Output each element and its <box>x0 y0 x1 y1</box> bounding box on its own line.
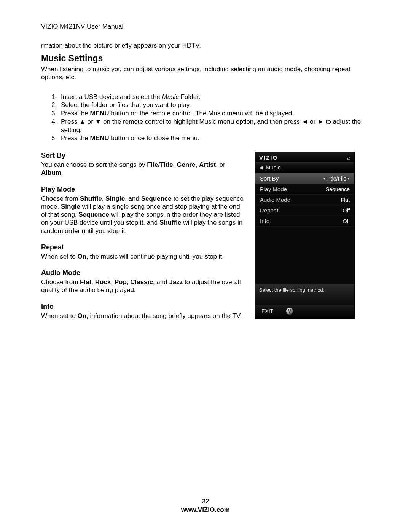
play-mode-c2: , and <box>125 195 141 202</box>
tv-breadcrumb-label: Music <box>266 164 280 171</box>
tv-menu-header: VIZIO ⌂ <box>255 152 354 163</box>
repeat-b1: On <box>77 253 86 260</box>
audio-mode-b5: Jazz <box>169 278 183 286</box>
step-5: Press the MENU button once to close the … <box>59 134 370 142</box>
sort-by-pre: You can choose to sort the songs by <box>41 161 147 168</box>
step-5-pre: Press the <box>61 134 90 142</box>
step-3-pre: Press the <box>61 110 90 117</box>
tv-row-play-mode: Play Mode Sequence <box>255 184 354 195</box>
info-pre: When set to <box>41 312 77 320</box>
play-mode-body: Choose from Shuffle, Single, and Sequenc… <box>41 195 247 235</box>
info-title: Info <box>41 303 247 311</box>
audio-mode-b4: Classic <box>130 278 153 286</box>
audio-mode-b1: Flat <box>80 278 91 286</box>
audio-mode-c2: , <box>111 278 114 286</box>
repeat-body: When set to On, the music will continue … <box>41 252 247 260</box>
step-1: Insert a USB device and select the Music… <box>59 93 370 101</box>
sort-by-b3: Artist <box>199 161 216 168</box>
tv-row-label: Audio Mode <box>260 197 290 203</box>
step-5-menu: MENU <box>90 134 109 142</box>
step-3-menu: MENU <box>90 110 109 117</box>
audio-mode-title: Audio Mode <box>41 269 247 277</box>
sort-by-c1: , <box>173 161 177 168</box>
play-mode-b1: Shuffle <box>80 195 102 202</box>
subsection-play-mode: Play Mode Choose from Shuffle, Single, a… <box>41 185 247 235</box>
play-mode-pre: Choose from <box>41 195 80 202</box>
tv-exit-label: EXIT <box>261 308 273 314</box>
tv-row-audio-mode: Audio Mode Flat <box>255 195 354 205</box>
tv-menu-blank-area <box>255 227 354 284</box>
tv-row-label: Repeat <box>260 207 278 214</box>
subsections-column: Sort By You can choose to sort the songs… <box>41 152 247 320</box>
subsection-audio-mode: Audio Mode Choose from Flat, Rock, Pop, … <box>41 269 247 294</box>
info-body: When set to On, information about the so… <box>41 312 247 320</box>
step-3-post: button on the remote control. The Music … <box>109 110 294 117</box>
tv-row-value: Sequence <box>326 186 350 192</box>
sort-by-c3: , or <box>216 161 225 168</box>
sort-by-body: You can choose to sort the songs by File… <box>41 161 247 177</box>
audio-mode-c3: , <box>127 278 130 286</box>
tv-row-value: Flat <box>341 197 350 203</box>
play-mode-c1: , <box>102 195 105 202</box>
document-header: VIZIO M421NV User Manual <box>41 23 370 30</box>
repeat-post: , the music will continue playing until … <box>86 253 224 260</box>
lower-columns: Sort By You can choose to sort the songs… <box>41 152 370 320</box>
section-title-music-settings: Music Settings <box>41 53 370 64</box>
back-icon: ◀ <box>259 165 263 170</box>
audio-mode-b3: Pop <box>115 278 127 286</box>
repeat-title: Repeat <box>41 243 247 251</box>
tv-row-label: Play Mode <box>260 186 287 192</box>
audio-mode-pre: Choose from <box>41 278 80 286</box>
tv-row-repeat: Repeat Off <box>255 205 354 216</box>
tv-row-info: Info Off <box>255 216 354 227</box>
tv-menu-footer: EXIT V <box>255 305 354 318</box>
info-post: , information about the song briefly app… <box>86 312 242 320</box>
play-mode-b6: Shuffle <box>159 219 182 226</box>
subsection-sort-by: Sort By You can choose to sort the songs… <box>41 152 247 177</box>
play-mode-b3: Sequence <box>141 195 172 202</box>
audio-mode-c4: , and <box>153 278 169 286</box>
footer-url: www.VIZIO.com <box>0 506 411 514</box>
sort-by-b2: Genre <box>177 161 195 168</box>
tv-menu-hint: Select the file sorting method. <box>255 284 354 305</box>
tv-menu-screenshot: VIZIO ⌂ ◀ Music Sort By Title/File Play … <box>255 152 355 319</box>
subsection-repeat: Repeat When set to On, the music will co… <box>41 243 247 260</box>
play-mode-title: Play Mode <box>41 185 247 193</box>
music-settings-steps: Insert a USB device and select the Music… <box>41 93 370 143</box>
play-mode-b5: Sequence <box>78 211 109 218</box>
audio-mode-c1: , <box>91 278 95 286</box>
step-4: Press ▲ or ▼ on the remote control to hi… <box>59 118 370 134</box>
step-3: Press the MENU button on the remote cont… <box>59 109 370 118</box>
info-b1: On <box>77 312 86 320</box>
page-number: 32 <box>0 498 411 505</box>
tv-row-sort-by: Sort By Title/File <box>255 173 354 184</box>
sort-by-c2: , <box>195 161 199 168</box>
tv-row-value: Off <box>343 218 350 224</box>
music-settings-intro: When listening to music you can adjust v… <box>41 65 370 81</box>
tv-brand-label: VIZIO <box>259 154 278 161</box>
step-1-post: Folder. <box>179 93 201 101</box>
step-1-pre: Insert a USB device and select the <box>61 93 162 101</box>
tv-row-value: Title/File <box>323 176 350 182</box>
play-mode-b4: Single <box>61 203 80 210</box>
audio-mode-body: Choose from Flat, Rock, Pop, Classic, an… <box>41 278 247 294</box>
sort-by-b4: Album <box>41 169 61 176</box>
sort-by-b1: File/Title <box>147 161 173 168</box>
step-2: Select the folder or files that you want… <box>59 101 370 109</box>
page-footer: 32 www.VIZIO.com <box>0 498 411 514</box>
step-1-music: Music <box>162 93 179 101</box>
sort-by-post: . <box>61 169 63 176</box>
play-mode-b2: Single <box>105 195 125 202</box>
home-icon: ⌂ <box>347 154 350 161</box>
tv-breadcrumb: ◀ Music <box>255 163 354 173</box>
subsection-info: Info When set to On, information about t… <box>41 303 247 320</box>
step-5-post: button once to close the menu. <box>109 134 199 142</box>
repeat-pre: When set to <box>41 253 77 260</box>
document-page: VIZIO M421NV User Manual rmation about t… <box>0 0 411 532</box>
sort-by-title: Sort By <box>41 152 247 160</box>
tv-row-label: Sort By <box>260 175 279 182</box>
tv-row-label: Info <box>260 218 269 224</box>
vizio-v-icon: V <box>286 308 293 315</box>
audio-mode-b2: Rock <box>95 278 111 286</box>
content-area: VIZIO M421NV User Manual rmation about t… <box>41 23 370 320</box>
